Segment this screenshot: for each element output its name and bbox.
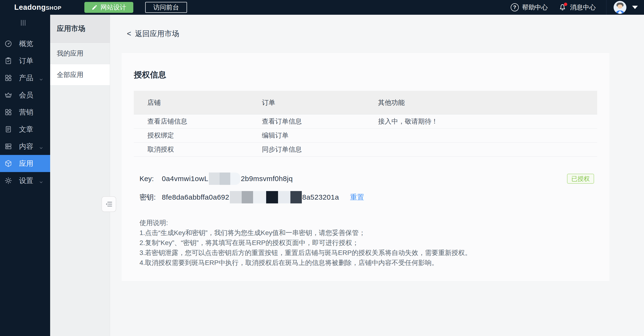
table-cell: 查看订单信息 <box>248 117 364 126</box>
table-cell: 编辑订单 <box>248 131 364 140</box>
usage-line: 2.复制“Key”、“密钥”，将其填写在斑马ERP的授权页面中，即可进行授权； <box>140 238 597 248</box>
sidebar-item-marketing[interactable]: 营销 <box>0 104 50 121</box>
back-row: < 返回应用市场 <box>110 15 644 52</box>
logo-sub-text: SHOP <box>46 5 62 11</box>
usage-instructions: 使用说明: 1.点击“生成Key和密钥”，我们将为您生成Key值和一串密钥，请您… <box>134 218 597 268</box>
table-header-row: 店铺 订单 其他功能 <box>134 91 597 114</box>
permissions-table: 店铺 订单 其他功能 查看店铺信息 查看订单信息 接入中，敬请期待！ 授权绑定 … <box>134 91 597 156</box>
sidebar-item-label: 产品 <box>19 73 33 83</box>
sidebar-item-members[interactable]: 会员 <box>0 86 50 104</box>
app-logo: Leadong SHOP <box>14 3 62 12</box>
orders-icon <box>4 57 12 65</box>
sidebar-item-overview[interactable]: 概览 <box>0 35 50 52</box>
dashboard-icon <box>4 40 12 48</box>
website-design-button[interactable]: 网站设计 <box>84 2 133 13</box>
main-content: < 返回应用市场 授权信息 店铺 订单 其他功能 查看店铺信息 查看订单信息 接… <box>110 15 644 336</box>
table-cell: 取消授权 <box>134 145 248 154</box>
api-key-row: Key: 0a4vmwi1owL 2b9msvmf0h8jq 已授权 <box>134 173 597 185</box>
sidebar-item-label: 订单 <box>19 56 33 66</box>
sidebar-collapse-handle[interactable] <box>21 20 50 26</box>
table-row: 授权绑定 编辑订单 <box>134 128 597 142</box>
sidebar-item-articles[interactable]: 文章 <box>0 121 50 138</box>
articles-icon <box>4 125 12 133</box>
table-row: 查看店铺信息 查看订单信息 接入中，敬请期待！ <box>134 114 597 128</box>
notification-dot <box>564 2 567 6</box>
sidebar-item-label: 文章 <box>19 124 33 134</box>
sidebar-item-orders[interactable]: 订单 <box>0 52 50 70</box>
pencil-icon <box>92 4 98 10</box>
redacted-blocks <box>230 191 302 204</box>
column-header-order: 订单 <box>248 98 364 107</box>
question-circle-icon <box>511 3 519 12</box>
api-key-value-prefix: 0a4vmwi1owL <box>162 175 208 183</box>
message-center-button[interactable]: 消息中心 <box>558 3 596 12</box>
secret-key-label: 密钥: <box>140 192 162 202</box>
submenu-item-my-apps[interactable]: 我的应用 <box>50 43 110 64</box>
chevron-down-icon <box>39 76 44 84</box>
sidebar-item-products[interactable]: 产品 <box>0 70 50 86</box>
sidebar-item-label: 内容 <box>19 142 33 151</box>
topbar-divider <box>606 0 606 15</box>
reset-secret-link[interactable]: 重置 <box>350 192 364 202</box>
authorization-card: 授权信息 店铺 订单 其他功能 查看店铺信息 查看订单信息 接入中，敬请期待！ … <box>121 52 610 281</box>
back-link-label: 返回应用市场 <box>135 29 179 39</box>
sidebar-item-settings[interactable]: 设置 <box>0 172 50 189</box>
help-center-button[interactable]: 帮助中心 <box>511 3 548 12</box>
avatar-face <box>618 4 622 8</box>
logo-main-text: Leadong <box>14 3 46 12</box>
redacted-blur <box>209 172 240 185</box>
website-design-label: 网站设计 <box>100 3 126 12</box>
status-badge: 已授权 <box>567 174 594 184</box>
submenu-item-all-apps[interactable]: 全部应用 <box>50 64 110 86</box>
usage-title: 使用说明: <box>140 218 597 228</box>
message-center-label: 消息中心 <box>570 3 596 12</box>
marketing-icon <box>4 108 12 116</box>
sidebar-item-label: 营销 <box>19 108 33 117</box>
column-header-store: 店铺 <box>134 98 248 107</box>
outdent-icon <box>104 200 113 208</box>
back-arrow-icon: < <box>127 30 131 38</box>
sidebar-item-label: 概览 <box>19 39 33 49</box>
table-row: 取消授权 同步订单信息 <box>134 142 597 156</box>
table-cell: 查看店铺信息 <box>134 117 248 126</box>
table-cell: 接入中，敬请期待！ <box>364 117 597 126</box>
topbar: Leadong SHOP 网站设计 访问前台 帮助中心 消息中心 <box>0 0 644 15</box>
usage-line: 4.取消授权需要到斑马ERP中执行，取消授权后在斑马上的信息将被删除，店铺中内容… <box>140 258 597 268</box>
sidebar-item-label: 设置 <box>19 176 33 186</box>
visit-storefront-label: 访问前台 <box>153 3 179 12</box>
table-cell: 授权绑定 <box>134 131 248 140</box>
secret-key-value-suffix: 8a523201a <box>302 193 339 201</box>
app-market-panel: 应用市场 我的应用 全部应用 <box>50 15 110 336</box>
chevron-down-icon <box>39 144 44 152</box>
primary-sidebar: 概览 订单 产品 会员 营销 <box>0 15 50 336</box>
secret-key-value-prefix: 8fe8da6abbffa0a692 <box>162 193 229 201</box>
content-icon <box>4 142 12 150</box>
panel-collapse-button[interactable] <box>102 196 116 212</box>
visit-storefront-button[interactable]: 访问前台 <box>145 2 187 13</box>
members-icon <box>4 91 12 99</box>
api-key-value-suffix: 2b9msvmf0h8jq <box>241 175 293 183</box>
account-dropdown-caret[interactable] <box>632 6 638 9</box>
user-avatar[interactable] <box>614 1 626 14</box>
sidebar-item-label: 会员 <box>19 90 33 100</box>
apps-icon <box>4 160 12 168</box>
usage-line: 3.若密钥泄露，您可以点击密钥后方的重置按钮，重置后店铺与斑马ERP的授权关系将… <box>140 248 597 258</box>
secret-key-row: 密钥: 8fe8da6abbffa0a692 8a523201a 重置 <box>134 191 597 203</box>
api-key-label: Key: <box>140 175 162 183</box>
settings-icon <box>4 176 12 185</box>
sidebar-item-content[interactable]: 内容 <box>0 138 50 155</box>
usage-line: 1.点击“生成Key和密钥”，我们将为您生成Key值和一串密钥，请您妥善保管； <box>140 228 597 238</box>
table-cell: 同步订单信息 <box>248 145 364 154</box>
card-title: 授权信息 <box>134 70 597 80</box>
back-to-app-market-link[interactable]: < 返回应用市场 <box>127 29 179 39</box>
chevron-down-icon <box>39 178 44 186</box>
products-icon <box>4 74 12 82</box>
sidebar-item-apps[interactable]: 应用 <box>0 155 50 172</box>
help-center-label: 帮助中心 <box>522 3 548 12</box>
sidebar-item-label: 应用 <box>19 159 33 168</box>
bell-icon <box>558 3 567 12</box>
column-header-other: 其他功能 <box>364 98 597 107</box>
app-market-title: 应用市场 <box>50 15 110 43</box>
